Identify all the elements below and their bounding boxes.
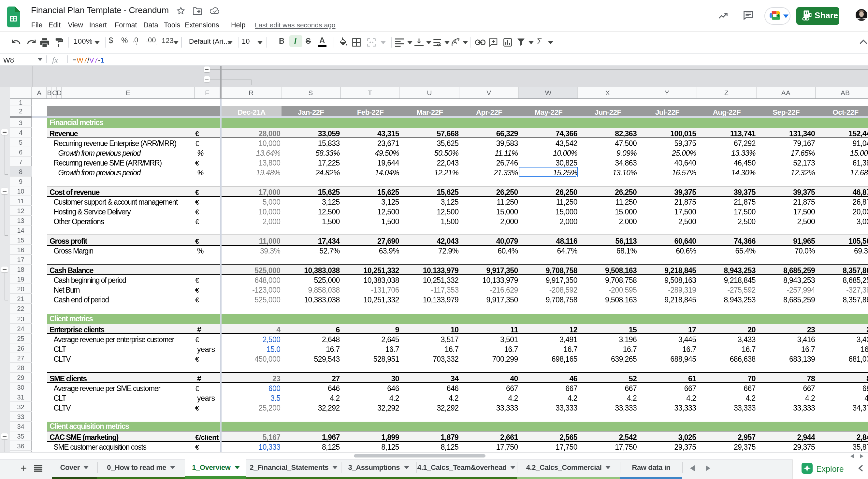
svg-text:A: A xyxy=(453,39,457,44)
